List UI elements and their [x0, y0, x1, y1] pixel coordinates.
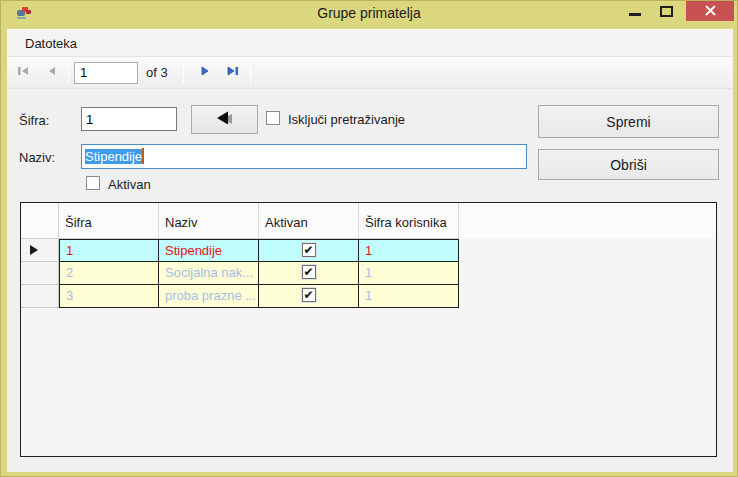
cell-aktivan[interactable]: ✔: [259, 285, 359, 308]
cell-naziv[interactable]: proba prazne ...: [159, 285, 259, 308]
table-row[interactable]: 3 proba prazne ... ✔ 1: [21, 285, 716, 308]
cell-sifra-korisnika[interactable]: 1: [359, 239, 459, 262]
cell-aktivan[interactable]: ✔: [259, 262, 359, 285]
exclude-search-label: Isključi pretraživanje: [288, 112, 405, 127]
nav-first-icon: [16, 64, 31, 81]
current-row-indicator-icon: [30, 245, 38, 255]
cell-sifra[interactable]: 2: [59, 262, 159, 285]
sifra-input[interactable]: [81, 107, 177, 131]
column-header-sifra-korisnika[interactable]: Šifra korisnika: [359, 203, 459, 239]
cell-naziv[interactable]: Stipendije: [159, 239, 259, 262]
client-area: Datoteka of 3: [7, 29, 733, 472]
maximize-button[interactable]: [660, 6, 673, 17]
table-row[interactable]: 2 Socijalna nak... ✔ 1: [21, 262, 716, 285]
nav-previous-icon: [44, 64, 59, 81]
toolbar-separator: [68, 62, 69, 84]
row-header-cell[interactable]: [21, 285, 59, 308]
text-caret: [142, 148, 144, 164]
lookup-button[interactable]: [191, 105, 258, 134]
close-button[interactable]: [686, 1, 734, 21]
nav-previous-button[interactable]: [39, 61, 63, 85]
row-header-cell[interactable]: [21, 262, 59, 285]
column-header-aktivan[interactable]: Aktivan: [259, 203, 359, 239]
menu-item-datoteka[interactable]: Datoteka: [21, 36, 81, 51]
grid-corner-cell[interactable]: [21, 203, 59, 239]
cell-aktivan[interactable]: ✔: [259, 239, 359, 262]
aktivan-checkbox[interactable]: [86, 176, 100, 190]
close-icon: [705, 2, 716, 20]
nav-last-button[interactable]: [221, 61, 245, 85]
checkbox-checked-icon[interactable]: ✔: [302, 288, 316, 302]
minimize-button[interactable]: [629, 13, 641, 16]
column-header-naziv[interactable]: Naziv: [159, 203, 259, 239]
naziv-input[interactable]: Stipendije: [81, 144, 527, 169]
nav-count-label: of 3: [146, 65, 168, 80]
exclude-search-checkbox[interactable]: [266, 111, 280, 125]
save-button[interactable]: Spremi: [538, 105, 719, 138]
menu-bar: Datoteka: [7, 30, 733, 56]
nav-next-icon: [197, 64, 212, 81]
app-window: Grupe primatelja Datoteka: [0, 0, 738, 477]
checkbox-checked-icon[interactable]: ✔: [302, 265, 316, 279]
delete-button[interactable]: Obriši: [538, 149, 719, 180]
nav-next-button[interactable]: [193, 61, 217, 85]
window-title: Grupe primatelja: [1, 5, 737, 21]
cell-sifra-korisnika[interactable]: 1: [359, 262, 459, 285]
row-header-cell[interactable]: [21, 239, 59, 262]
toolbar-separator: [183, 62, 184, 84]
cell-sifra-korisnika[interactable]: 1: [359, 285, 459, 308]
cell-sifra[interactable]: 3: [59, 285, 159, 308]
column-header-sifra[interactable]: Šifra: [59, 203, 159, 239]
nav-last-icon: [225, 64, 240, 81]
nav-position-input[interactable]: [74, 62, 138, 84]
cell-sifra[interactable]: 1: [59, 239, 159, 262]
table-row[interactable]: 1 Stipendije ✔ 1: [21, 239, 716, 262]
cell-naziv[interactable]: Socijalna nak...: [159, 262, 259, 285]
data-grid: Šifra Naziv Aktivan Šifra korisnika 1 St…: [20, 202, 717, 457]
grid-header-row: Šifra Naziv Aktivan Šifra korisnika: [21, 203, 716, 239]
toolbar-separator: [250, 62, 251, 84]
sifra-label: Šifra:: [19, 113, 49, 128]
checkbox-checked-icon[interactable]: ✔: [302, 243, 316, 257]
search-arrow-icon: [212, 110, 238, 129]
naziv-selected-text: Stipendije: [85, 149, 142, 164]
record-navigator-toolbar: of 3: [7, 56, 733, 89]
title-bar: Grupe primatelja: [1, 1, 737, 29]
naziv-label: Naziv:: [19, 150, 55, 165]
aktivan-label: Aktivan: [108, 177, 151, 192]
nav-first-button[interactable]: [11, 61, 35, 85]
